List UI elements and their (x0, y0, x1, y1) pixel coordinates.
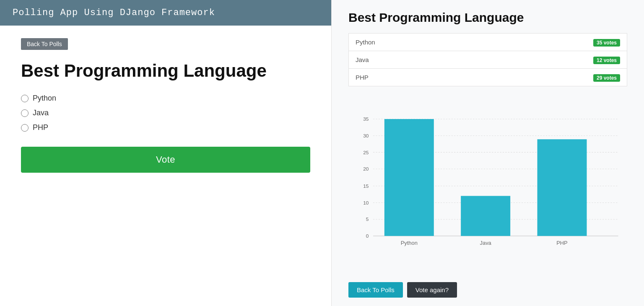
svg-text:35: 35 (363, 116, 369, 122)
poll-title-left: Best Programming Language (21, 60, 310, 81)
result-label-java: Java (349, 51, 474, 69)
bottom-buttons: Back To Polls Vote again? (348, 282, 627, 298)
result-label-python: Python (349, 34, 474, 51)
x-label-python: Python (401, 240, 418, 246)
radio-java[interactable] (21, 109, 29, 117)
option-label-php: PHP (33, 123, 48, 132)
options-list: Python Java PHP (21, 94, 310, 132)
svg-text:10: 10 (363, 200, 369, 205)
left-panel: Polling App Using DJango Framework Back … (0, 0, 331, 306)
vote-badge-php: 29 votes (593, 74, 620, 82)
vote-button[interactable]: Vote (21, 147, 310, 173)
vote-again-button[interactable]: Vote again? (407, 282, 457, 298)
table-row: Python 35 votes (349, 34, 627, 51)
right-panel: Best Programming Language Python 35 vote… (331, 0, 644, 306)
svg-text:0: 0 (366, 233, 369, 239)
result-label-php: PHP (349, 69, 474, 86)
svg-text:25: 25 (363, 150, 369, 155)
vote-badge-python: 35 votes (593, 39, 620, 47)
x-label-java: Java (480, 240, 492, 246)
back-to-polls-button-bottom[interactable]: Back To Polls (348, 282, 403, 298)
app-title: Polling App Using DJango Framework (13, 8, 215, 18)
bar-java (461, 196, 510, 236)
bar-php (537, 139, 587, 236)
back-to-polls-button-top[interactable]: Back To Polls (21, 38, 68, 50)
svg-text:20: 20 (363, 166, 369, 171)
list-item: PHP (21, 123, 310, 132)
vote-badge-java: 12 votes (593, 57, 620, 64)
radio-php[interactable] (21, 124, 29, 132)
option-label-python: Python (33, 94, 56, 103)
result-votes-python: 35 votes (474, 34, 627, 51)
radio-python[interactable] (21, 95, 29, 102)
x-label-php: PHP (556, 240, 567, 246)
app-header: Polling App Using DJango Framework (0, 0, 331, 26)
result-votes-php: 29 votes (474, 69, 627, 86)
chart-container: 0 5 10 15 20 25 30 35 (348, 95, 627, 274)
bar-python (384, 119, 434, 236)
list-item: Python (21, 94, 310, 103)
table-row: Java 12 votes (349, 51, 627, 69)
right-title: Best Programming Language (348, 10, 627, 25)
bar-chart: 0 5 10 15 20 25 30 35 (348, 95, 627, 274)
svg-text:30: 30 (363, 133, 369, 138)
table-row: PHP 29 votes (349, 69, 627, 86)
results-table: Python 35 votes Java 12 votes PHP 29 vot… (348, 33, 627, 86)
list-item: Java (21, 109, 310, 117)
svg-text:15: 15 (363, 183, 369, 189)
option-label-java: Java (33, 109, 49, 117)
left-content: Back To Polls Best Programming Language … (0, 26, 331, 306)
svg-text:5: 5 (366, 216, 369, 222)
result-votes-java: 12 votes (474, 51, 627, 69)
